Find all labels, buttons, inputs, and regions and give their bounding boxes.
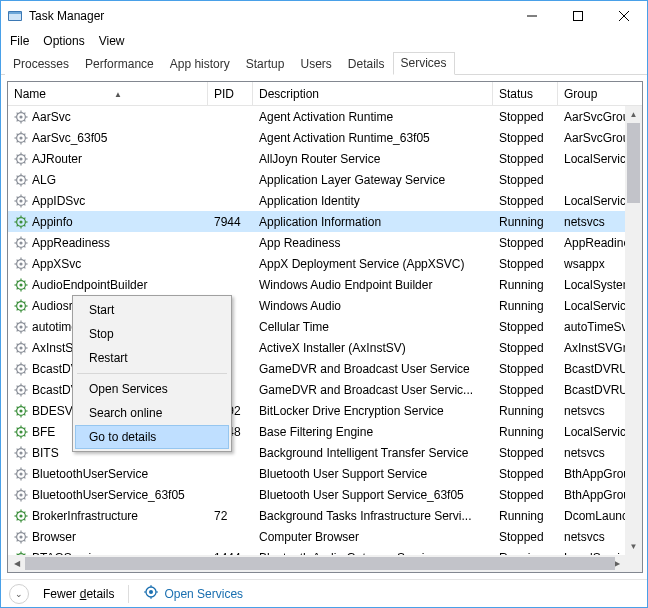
cell-group: LocalService [558, 194, 628, 208]
cell-pid: 72 [208, 509, 253, 523]
svg-line-173 [17, 448, 18, 449]
table-row[interactable]: BluetoothUserServiceBluetooth User Suppo… [8, 463, 642, 484]
svg-point-228 [149, 590, 153, 594]
svg-line-66 [24, 217, 25, 218]
vscroll-track[interactable] [625, 123, 642, 538]
cell-name: BluetoothUserService [8, 467, 208, 481]
scroll-down-icon[interactable]: ▼ [625, 538, 642, 555]
header-pid[interactable]: PID [208, 82, 253, 105]
table-row[interactable]: AarSvc_63f05Agent Activation Runtime_63f… [8, 127, 642, 148]
cell-status: Stopped [493, 236, 558, 250]
cell-description: Bluetooth User Support Service_63f05 [253, 488, 493, 502]
menu-file[interactable]: File [3, 32, 36, 50]
cell-description: ActiveX Installer (AxInstSV) [253, 341, 493, 355]
open-services-link[interactable]: Open Services [143, 584, 243, 603]
svg-line-54 [24, 204, 25, 205]
table-row[interactable]: BTAGService1444Bluetooth Audio Gateway S… [8, 547, 642, 555]
table-row[interactable]: BrokerInfrastructure72Background Tasks I… [8, 505, 642, 526]
menu-options[interactable]: Options [36, 32, 91, 50]
vertical-scrollbar[interactable]: ▲ ▼ [625, 106, 642, 555]
cell-group: autoTimeSvc [558, 320, 628, 334]
cell-status: Stopped [493, 530, 558, 544]
svg-point-148 [19, 409, 22, 412]
cell-status: Running [493, 404, 558, 418]
tab-processes[interactable]: Processes [5, 53, 77, 75]
svg-line-96 [24, 280, 25, 281]
cell-group: DcomLaunch [558, 509, 628, 523]
header-name[interactable]: Name▲ [8, 82, 208, 105]
tab-startup[interactable]: Startup [238, 53, 293, 75]
svg-line-95 [17, 288, 18, 289]
svg-line-43 [17, 175, 18, 176]
cell-description: Application Identity [253, 194, 493, 208]
cell-group: LocalService [558, 152, 628, 166]
svg-line-135 [17, 372, 18, 373]
cell-description: Background Intelligent Transfer Service [253, 446, 493, 460]
cm-restart[interactable]: Restart [75, 346, 229, 370]
cm-start[interactable]: Start [75, 298, 229, 322]
titlebar: Task Manager [1, 1, 647, 31]
cell-status: Stopped [493, 341, 558, 355]
footer-divider [128, 585, 129, 603]
svg-point-188 [19, 493, 22, 496]
table-row[interactable]: AppIDSvcApplication IdentityStoppedLocal… [8, 190, 642, 211]
svg-line-94 [24, 288, 25, 289]
header-description[interactable]: Description [253, 82, 493, 105]
fewer-details-button[interactable]: Fewer details [43, 587, 114, 601]
hscroll-thumb[interactable] [25, 557, 615, 570]
table-row[interactable]: ALGApplication Layer Gateway ServiceStop… [8, 169, 642, 190]
tab-details[interactable]: Details [340, 53, 393, 75]
header-status[interactable]: Status [493, 82, 558, 105]
cell-description: GameDVR and Broadcast User Service [253, 362, 493, 376]
svg-line-86 [24, 259, 25, 260]
services-icon [143, 584, 159, 603]
svg-point-168 [19, 451, 22, 454]
cell-description: Computer Browser [253, 530, 493, 544]
svg-point-178 [19, 472, 22, 475]
svg-line-216 [24, 532, 25, 533]
table-row[interactable]: BluetoothUserService_63f05Bluetooth User… [8, 484, 642, 505]
svg-line-195 [17, 498, 18, 499]
scroll-left-icon[interactable]: ◀ [8, 555, 25, 572]
cm-go-to-details[interactable]: Go to details [75, 425, 229, 449]
table-row[interactable]: AudioEndpointBuilderWindows Audio Endpoi… [8, 274, 642, 295]
menu-view[interactable]: View [92, 32, 132, 50]
svg-line-156 [24, 406, 25, 407]
table-row[interactable]: AppXSvcAppX Deployment Service (AppXSVC)… [8, 253, 642, 274]
svg-line-165 [17, 435, 18, 436]
cell-name: ALG [8, 173, 208, 187]
hscroll-track[interactable] [25, 555, 608, 572]
cm-search-online[interactable]: Search online [75, 401, 229, 425]
table-row[interactable]: AarSvcAgent Activation RuntimeStoppedAar… [8, 106, 642, 127]
tab-users[interactable]: Users [292, 53, 339, 75]
cell-status: Stopped [493, 467, 558, 481]
header-group[interactable]: Group [558, 82, 628, 105]
cell-name: AppXSvc [8, 257, 208, 271]
close-button[interactable] [601, 1, 647, 31]
svg-line-55 [17, 204, 18, 205]
cm-open-services[interactable]: Open Services [75, 377, 229, 401]
svg-line-13 [17, 112, 18, 113]
table-row[interactable]: Appinfo7944Application InformationRunnin… [8, 211, 642, 232]
tab-performance[interactable]: Performance [77, 53, 162, 75]
cell-status: Running [493, 425, 558, 439]
horizontal-scrollbar[interactable]: ◀ ▶ [8, 555, 625, 572]
cm-stop[interactable]: Stop [75, 322, 229, 346]
cell-description: Application Layer Gateway Service [253, 173, 493, 187]
table-row[interactable]: AppReadinessApp ReadinessStoppedAppReadi… [8, 232, 642, 253]
collapse-chevron-icon[interactable]: ⌄ [9, 584, 29, 604]
minimize-button[interactable] [509, 1, 555, 31]
table-row[interactable]: AJRouterAllJoyn Router ServiceStoppedLoc… [8, 148, 642, 169]
header-name-label: Name [14, 87, 46, 101]
tab-services[interactable]: Services [393, 52, 455, 75]
maximize-button[interactable] [555, 1, 601, 31]
scroll-up-icon[interactable]: ▲ [625, 106, 642, 123]
cell-description: Background Tasks Infrastructure Servi... [253, 509, 493, 523]
svg-line-174 [24, 456, 25, 457]
cell-group: LocalService [558, 299, 628, 313]
svg-line-194 [24, 498, 25, 499]
tab-app-history[interactable]: App history [162, 53, 238, 75]
svg-line-76 [24, 238, 25, 239]
table-row[interactable]: BrowserComputer BrowserStoppednetsvcs [8, 526, 642, 547]
vscroll-thumb[interactable] [627, 123, 640, 203]
